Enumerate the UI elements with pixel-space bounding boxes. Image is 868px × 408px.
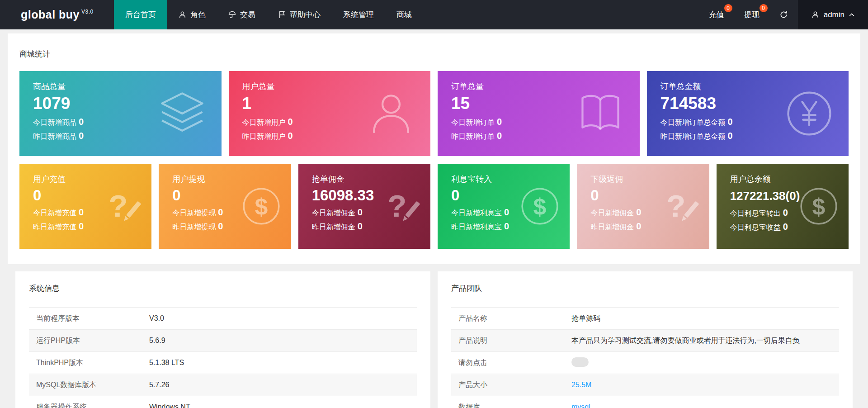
card-line-label: 昨日新增订单总金额 <box>660 133 726 140</box>
card-title: 下级返佣 <box>590 174 695 185</box>
card-title: 用户提现 <box>172 174 277 185</box>
card-line-value: 0 <box>636 207 641 217</box>
card-line-label: 今日新增商品 <box>33 119 76 126</box>
card-today-line: 今日新增商品0 <box>33 117 208 128</box>
card-line-value: 0 <box>728 117 733 127</box>
stat-card-orders-total: 订单总量 15 今日新增订单0 昨日新增订单0 <box>438 71 640 156</box>
card-line-value: 0 <box>218 221 223 231</box>
stat-card-order-amount: 订单总金额 714583 今日新增订单总金额0 昨日新增订单总金额0 <box>647 71 849 156</box>
stat-card-user-recharge: 用户充值 0 今日新增充值0 昨日新增充值0 ? <box>19 164 151 249</box>
nav-item-system-manage[interactable]: 系统管理 <box>332 0 385 29</box>
row-label: 产品大小 <box>451 376 571 394</box>
nav-item-roles[interactable]: 角色 <box>167 0 217 29</box>
card-line-label: 昨日新增充值 <box>33 223 76 231</box>
table-row: MySQL数据库版本 5.7.26 <box>29 374 417 396</box>
do-not-click-badge[interactable] <box>571 357 589 367</box>
card-today-line: 今日新增用户0 <box>242 117 417 128</box>
row-value: 本产品只为学习测试交流,请勿要做商业或者用于违法行为,一切后果自负 <box>571 332 807 350</box>
card-line-label: 昨日新增商品 <box>33 133 76 140</box>
card-today-line: 今日新增佣金0 <box>312 207 417 218</box>
card-yesterday-line: 昨日新增充值0 <box>33 221 138 232</box>
app-logo[interactable]: global buy V3.0 <box>0 0 114 29</box>
refresh-button[interactable] <box>769 0 798 29</box>
database-link[interactable]: mysql <box>571 399 598 408</box>
card-title: 用户充值 <box>33 174 138 185</box>
card-line-value: 0 <box>288 117 293 127</box>
row-value: 5.1.38 LTS <box>149 354 191 371</box>
stat-card-user-withdraw: 用户提现 0 今日新增提现0 昨日新增提现0 $ <box>159 164 291 249</box>
card-yesterday-line: 昨日新增用户0 <box>242 131 417 142</box>
withdraw-badge: 0 <box>760 4 768 12</box>
card-value: 16098.33 <box>312 187 417 204</box>
card-line-value: 0 <box>358 221 363 231</box>
user-icon <box>179 11 186 19</box>
card-today-line: 今日新增提现0 <box>172 207 277 218</box>
system-info-title: 系统信息 <box>29 283 417 294</box>
top-navbar: global buy V3.0 后台首页 角色 交易 帮助中心 系统管理 <box>0 0 868 29</box>
card-title: 订单总金额 <box>660 81 835 92</box>
table-row: 请勿点击 <box>451 352 839 374</box>
nav-item-label: 交易 <box>240 9 255 20</box>
row-label: 运行PHP版本 <box>29 332 149 350</box>
row-label: 产品说明 <box>451 332 571 350</box>
card-yesterday-line: 昨日新增订单0 <box>451 131 626 142</box>
card-line-label: 今日新增充值 <box>33 209 76 217</box>
recharge-badge: 0 <box>724 4 732 12</box>
nav-item-trade[interactable]: 交易 <box>217 0 267 29</box>
card-line-value: 0 <box>504 221 509 231</box>
card-today-line: 今日新增订单总金额0 <box>660 117 835 128</box>
mall-statistics-title: 商城统计 <box>8 33 860 59</box>
row-value: V3.0 <box>149 310 171 327</box>
card-yesterday-line: 昨日新增订单总金额0 <box>660 131 835 142</box>
card-title: 用户总余额 <box>730 174 835 185</box>
card-line-label: 昨日新增利息宝 <box>451 223 502 231</box>
card-line-label: 今日新增利息宝 <box>451 209 502 217</box>
main-content: 商城统计 商品总量 1079 今日新增商品0 昨日新增商品0 用户总量 1 今日… <box>0 29 868 408</box>
card-title: 抢单佣金 <box>312 174 417 185</box>
card-title: 商品总量 <box>33 81 208 92</box>
card-value: 714583 <box>660 94 835 114</box>
row-label: 当前程序版本 <box>29 309 149 328</box>
row-value: 5.7.26 <box>149 376 176 394</box>
product-size-link[interactable]: 25.5M <box>571 376 599 394</box>
nav-item-help-center[interactable]: 帮助中心 <box>267 0 332 29</box>
table-row: ThinkPHP版本 5.1.38 LTS <box>29 352 417 374</box>
card-value: 1 <box>242 94 417 114</box>
bottom-panels: 系统信息 当前程序版本 V3.0 运行PHP版本 5.6.9 ThinkPHP版… <box>8 264 860 408</box>
card-line-value: 0 <box>497 131 502 141</box>
card-value: 0 <box>33 187 138 204</box>
user-icon <box>811 11 819 19</box>
card-line-label: 昨日新增订单 <box>451 133 495 140</box>
card-line-value: 0 <box>783 208 788 218</box>
card-yesterday-line: 昨日新增提现0 <box>172 221 277 232</box>
nav-item-dashboard[interactable]: 后台首页 <box>114 0 167 29</box>
user-menu[interactable]: admin <box>798 0 868 29</box>
card-line-value: 0 <box>218 207 223 217</box>
card-today-line: 今日新增利息宝0 <box>451 207 556 218</box>
mall-statistics-panel: 商城统计 商品总量 1079 今日新增商品0 昨日新增商品0 用户总量 1 今日… <box>8 33 860 264</box>
recharge-button[interactable]: 充值 0 <box>699 0 734 29</box>
card-line-value: 0 <box>636 221 641 231</box>
withdraw-button[interactable]: 提现 0 <box>734 0 769 29</box>
nav-item-label: 帮助中心 <box>290 9 321 20</box>
umbrella-icon <box>228 11 236 19</box>
stat-card-user-balance: 用户总余额 127221.38(0) 今日利息宝转出0 今日利息宝收益0 $ <box>717 164 849 249</box>
card-title: 利息宝转入 <box>451 174 556 185</box>
card-line-label: 昨日新增提现 <box>172 223 216 231</box>
table-row: 产品名称 抢单源码 <box>451 308 839 330</box>
card-value: 0 <box>451 187 556 204</box>
caret-up-icon <box>849 13 854 17</box>
stat-card-sub-rebate: 下级返佣 0 今日新增佣金0 昨日新增佣金0 ? <box>577 164 709 249</box>
card-value: 127221.38(0) <box>730 187 835 203</box>
nav-item-mall[interactable]: 商城 <box>385 0 423 29</box>
stats-row-1: 商品总量 1079 今日新增商品0 昨日新增商品0 用户总量 1 今日新增用户0… <box>8 71 860 156</box>
row-label: 服务器操作系统 <box>29 398 149 408</box>
card-today-line: 今日利息宝转出0 <box>730 208 835 218</box>
nav-item-label: 角色 <box>190 9 206 20</box>
card-title: 订单总量 <box>451 81 626 92</box>
card-line-label: 今日新增佣金 <box>312 209 355 217</box>
navbar-right: 充值 0 提现 0 admin <box>699 0 868 29</box>
stat-card-users-total: 用户总量 1 今日新增用户0 昨日新增用户0 <box>229 71 431 156</box>
row-label: MySQL数据库版本 <box>29 376 149 394</box>
row-label: 数据库 <box>451 398 571 408</box>
